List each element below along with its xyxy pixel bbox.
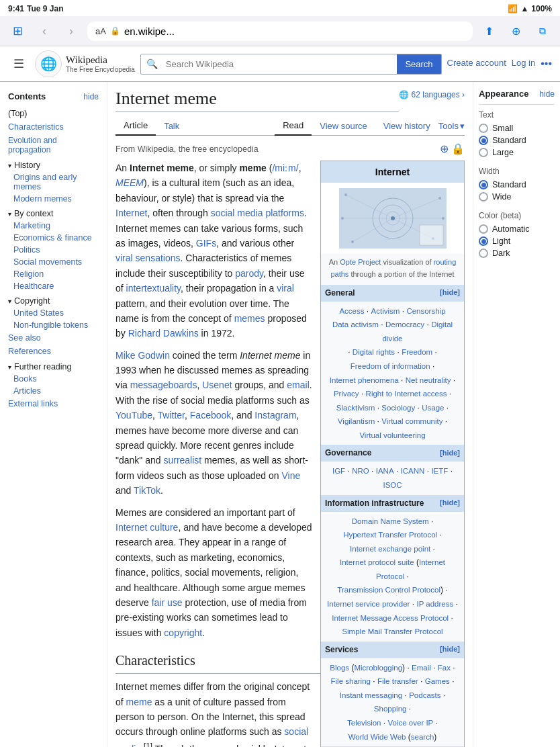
create-account-link[interactable]: Create account (447, 58, 506, 70)
width-label: Width (479, 167, 555, 176)
appearance-divider (479, 104, 555, 105)
services-hide-button[interactable]: [hide] (440, 644, 460, 656)
color-light-option[interactable]: Light (479, 235, 555, 247)
sidebar-toggle-button[interactable]: ⊞ (7, 20, 28, 42)
tab-talk[interactable]: Talk (156, 117, 187, 135)
color-auto-radio[interactable] (479, 224, 488, 234)
tools-dropdown[interactable]: Tools ▾ (438, 121, 465, 131)
tab-read[interactable]: Read (275, 116, 312, 136)
wiki-logo[interactable]: 🌐 Wikipedia The Free Encyclopedia (35, 50, 135, 77)
toc-subitem-social[interactable]: Social movements (0, 256, 107, 268)
status-left: 9:41 Tue 9 Jan (8, 4, 64, 13)
toc-subitem-us[interactable]: United States (0, 307, 107, 319)
toc-item-top[interactable]: (Top) (0, 107, 107, 120)
toc-subitem-marketing[interactable]: Marketing (0, 220, 107, 232)
back-button[interactable]: ‹ (34, 20, 55, 42)
toc-subitem-healthcare[interactable]: Healthcare (0, 280, 107, 292)
toc-section-copyright: ▾ Copyright (0, 292, 107, 307)
toc-subitem-nft[interactable]: Non-fungible tokens (0, 319, 107, 331)
text-large-radio[interactable] (479, 148, 488, 157)
color-auto-option[interactable]: Automatic (479, 223, 555, 235)
link-freedom-info[interactable]: Freedom of information (351, 362, 430, 370)
toc-copyright-label: Copyright (14, 296, 50, 306)
toc-item-characteristics[interactable]: Characteristics (0, 120, 107, 134)
toc-item-external[interactable]: External links (0, 397, 107, 410)
search-icon: 🔍 (141, 54, 163, 73)
article-body: Internet (115, 161, 465, 747)
infobox-image (321, 183, 464, 254)
time: 9:41 (8, 4, 24, 13)
search-bar[interactable]: 🔍 Search (140, 54, 442, 75)
toc-history-toggle[interactable]: ▾ History (8, 161, 99, 170)
link-imap[interactable]: Internet Message Access Protocol (332, 614, 449, 622)
toc-subitem-economics[interactable]: Economics & finance (0, 232, 107, 244)
appearance-title: Appearance (479, 89, 528, 99)
address-bar[interactable]: aA 🔒 en.wikipe... (87, 21, 473, 41)
log-in-link[interactable]: Log in (512, 58, 535, 70)
link-access[interactable]: Access (339, 307, 364, 315)
more-menu-button[interactable]: ••• (541, 58, 552, 70)
toc-item-evolution[interactable]: Evolution andpropagation (0, 134, 107, 157)
color-dark-option[interactable]: Dark (479, 247, 555, 259)
tab-article[interactable]: Article (115, 116, 156, 136)
bookmark-button[interactable]: ⊕ (505, 20, 526, 42)
color-dark-radio[interactable] (479, 249, 488, 258)
width-standard-option[interactable]: Standard (479, 179, 555, 191)
toc-subitem-politics[interactable]: Politics (0, 244, 107, 256)
infobox-services-header: Services [hide] (321, 642, 464, 658)
from-wiki: From Wikipedia, the free encyclopedia ⊕ … (115, 142, 465, 155)
color-label: Color (beta) (479, 211, 555, 220)
text-standard-option[interactable]: Standard (479, 134, 555, 146)
svg-point-13 (351, 240, 354, 243)
tab-view-source[interactable]: View source (312, 117, 375, 135)
color-light-radio[interactable] (479, 236, 488, 246)
width-wide-radio[interactable] (479, 192, 488, 202)
lock-icon: 🔒 (110, 26, 120, 36)
share-button[interactable]: ⬆ (478, 20, 500, 42)
toc-hide-button[interactable]: hide (83, 92, 99, 101)
wiki-site-subtitle: The Free Encyclopedia (66, 66, 135, 74)
text-small-radio[interactable] (479, 124, 488, 133)
menu-button[interactable]: ☰ (8, 53, 30, 75)
appearance-hide-button[interactable]: hide (539, 89, 555, 99)
toc-section-context: ▾ By context (0, 205, 107, 220)
tabs-button[interactable]: ⧉ (532, 20, 553, 42)
toc-subitem-religion[interactable]: Religion (0, 268, 107, 280)
toc-section-further: ▾ Further reading (0, 358, 107, 373)
forward-button[interactable]: › (60, 20, 82, 42)
width-standard-radio[interactable] (479, 180, 488, 189)
toc-subitem-origins[interactable]: Origins and early memes (0, 171, 107, 193)
appearance-header: Appearance hide (479, 89, 555, 99)
text-small-option[interactable]: Small (479, 122, 555, 134)
infobox-general-links: Access · Activism · Censorship Data acti… (321, 302, 464, 445)
infobox-caption: An Opte Project visualization of routing… (321, 254, 464, 284)
text-large-option[interactable]: Large (479, 146, 555, 159)
width-wide-option[interactable]: Wide (479, 191, 555, 203)
toc-subitem-books[interactable]: Books (0, 373, 107, 385)
toc-subitem-modern[interactable]: Modern memes (0, 193, 107, 205)
text-standard-radio[interactable] (479, 136, 488, 145)
infobox-infra-links: Domain Name System · Hypertext Transfer … (321, 512, 464, 642)
toc-subitem-articles[interactable]: Articles (0, 385, 107, 397)
header-actions: Create account Log in ••• (447, 58, 552, 70)
toc-header: Contents hide (0, 89, 107, 107)
infra-hide-button[interactable]: [hide] (440, 497, 460, 509)
toc-copyright-toggle[interactable]: ▾ Copyright (8, 296, 99, 306)
lock-icon: 🔒 (451, 142, 465, 155)
governance-hide-button[interactable]: [hide] (440, 447, 460, 459)
search-button[interactable]: Search (397, 54, 440, 74)
toc-further-toggle[interactable]: ▾ Further reading (8, 362, 99, 371)
toc-context-toggle[interactable]: ▾ By context (8, 209, 99, 218)
add-icon[interactable]: ⊕ (440, 142, 449, 155)
toc-further-label: Further reading (14, 362, 71, 371)
search-input[interactable] (163, 55, 398, 73)
toc-item-seealso[interactable]: See also (0, 331, 107, 345)
general-hide-button[interactable]: [hide] (440, 287, 460, 299)
article-tabs: Article Talk Read View source View histo… (115, 116, 465, 136)
tab-view-history[interactable]: View history (375, 117, 438, 135)
infobox-infra-header: Information infrastructure [hide] (321, 495, 464, 512)
toc-item-references[interactable]: References (0, 345, 107, 358)
language-button[interactable]: 🌐 62 languages › (399, 90, 465, 99)
svg-point-11 (344, 193, 347, 196)
main-layout: Contents hide (Top) Characteristics Evol… (0, 82, 560, 747)
